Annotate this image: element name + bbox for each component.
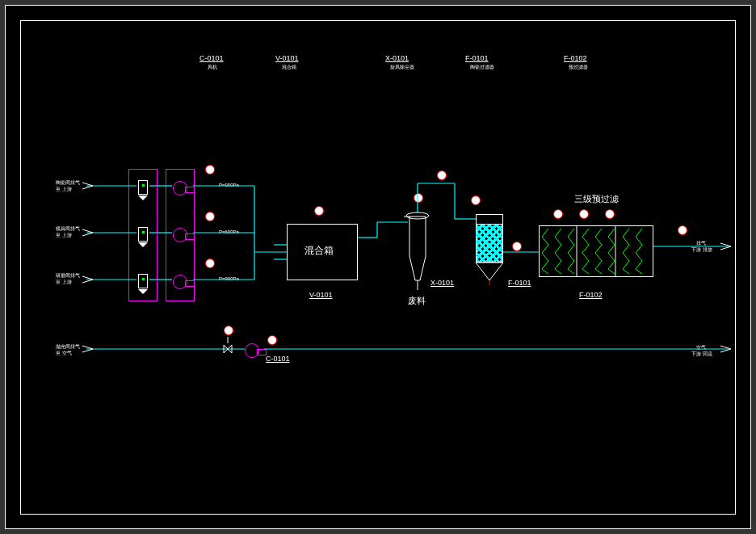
fan-c0101 [245,343,259,358]
header-tag-c0101: C-0101 [200,54,224,62]
separator-1 [138,180,148,195]
instrument-ceramic-out [512,242,522,251]
instrument-fan2 [205,212,215,221]
inlet-2-sub: 至 上游 [56,232,72,239]
svg-marker-2 [476,263,503,280]
header-name-x0101: 旋风除尘器 [390,64,414,71]
mixbox-label: 混合箱 [304,244,334,258]
header-name-c0101: 风机 [208,64,217,71]
header-tag-v0101: V-0101 [275,54,299,62]
fan-2 [173,228,187,242]
drawing-canvas: C-0101 风机 V-0101 混合箱 X-0101 旋风除尘器 F-0101… [5,5,751,529]
instrument-fan3 [205,259,215,268]
prefilter-zigzag [539,225,653,277]
flow-tag-2: P=600Pa [219,229,239,234]
inlet-3-sub: 至 上游 [56,279,72,286]
cyclone-tag: X-0101 [430,279,454,287]
header-tag-f0101: F-0101 [465,54,489,62]
mixbox-tag: V-0101 [309,291,333,299]
instrument-pf-3 [605,209,615,219]
header-name-f0102: 预过滤器 [569,64,588,71]
instrument-cyclone-top [414,193,423,203]
header-name-v0101: 混合箱 [282,64,296,71]
header-tag-f0102: F-0102 [564,54,587,62]
prefilter-title: 三级预过滤 [574,193,619,205]
outlet-1-sub: 下游 排放 [691,246,712,254]
instrument-c0101-2 [267,335,277,345]
instrument-ceramic-top [471,196,481,205]
separator-3 [138,274,148,288]
instrument-c0101-1 [224,326,233,335]
ceramic-top [476,214,503,224]
fan-3 [173,275,187,289]
ceramic-cone [476,263,503,285]
cyclone-bottom-label: 废料 [408,295,426,307]
header-name-f0101: 陶瓷过滤器 [470,64,494,71]
fan-c0101-tag: C-0101 [266,355,290,363]
instrument-cyclone-line [437,170,447,180]
header-tag-x0101: X-0101 [385,54,409,62]
instrument-fan1 [205,165,215,174]
inlet-1-sub: 至 上游 [56,186,72,193]
instrument-pf-out [678,225,687,235]
instrument-mixbox [314,206,324,216]
ceramic-tag: F-0101 [508,279,531,287]
ceramic-body [476,224,503,263]
outlet-2-sub: 下游 回流 [691,351,712,358]
instrument-pf-2 [579,209,589,219]
prefilter-tag: F-0102 [579,291,603,299]
instrument-pf-1 [553,209,563,219]
inlet-4-sub: 至 空气 [56,350,72,357]
flow-tag-3: P=900Pa [219,276,239,281]
fan-1 [173,181,187,196]
flow-tag-1: P=900Pa [219,183,239,187]
separator-2 [138,227,148,242]
